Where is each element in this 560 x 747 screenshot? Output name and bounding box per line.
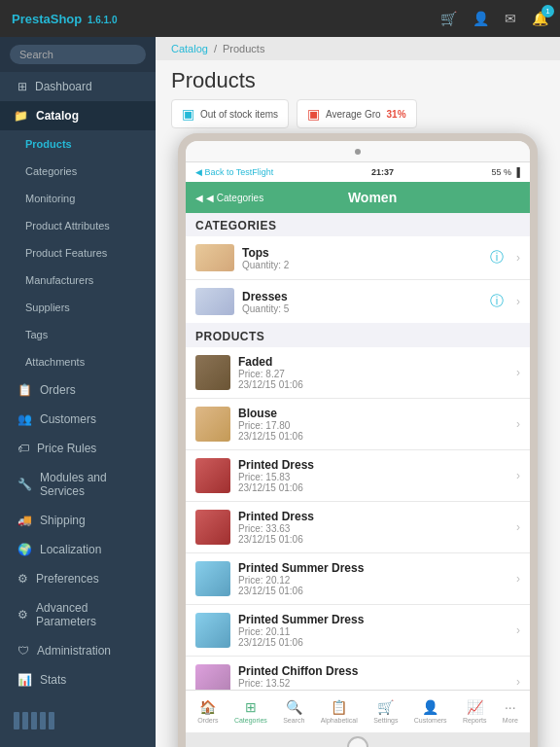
page-title: Products [156,60,560,99]
advanced-params-icon: ⚙ [18,608,28,622]
sidebar-item-tags[interactable]: Tags [0,321,156,348]
cart-icon[interactable]: 🛒 [440,11,457,26]
orders-tab-icon: 🏠 [199,699,216,715]
info-icon[interactable]: ⓘ [490,293,504,310]
search-tab-icon: 🔍 [286,699,302,715]
breadcrumb-catalog[interactable]: Catalog [171,43,208,54]
sidebar-item-categories[interactable]: Categories [0,158,156,185]
preferences-icon: ⚙ [18,572,28,586]
faded-price: Price: 8.27 [238,369,508,379]
sidebar-item-modules[interactable]: 🔧 Modules and Services [0,463,156,506]
tablet-nav-title: Women [348,190,436,205]
summer-dress-2-info: Printed Summer Dress Price: 20.11 23/12/… [238,613,508,648]
tops-name: Tops [242,246,482,260]
chiffon-dress-date: 23/12/15 01:06 [238,689,508,690]
blouse-price: Price: 17.80 [238,420,508,431]
avg-gross-value: 31% [387,109,406,120]
sidebar-label-catalog: Catalog [36,109,79,123]
list-item[interactable]: Printed Dress Price: 33.63 23/12/15 01:0… [186,502,530,553]
sidebar-label-orders: Orders [40,383,76,397]
stats-icon: 📊 [18,673,32,687]
sidebar-item-price-rules[interactable]: 🏷 Price Rules [0,434,156,463]
tab-search[interactable]: 🔍 Search [277,695,310,728]
chevron-right-icon: › [516,675,520,689]
categories-list: Tops Quantity: 2 ⓘ › Dresses Quantity: 5 [186,236,530,323]
sidebar-item-suppliers[interactable]: Suppliers [0,294,156,321]
tablet-status-bar: ◀ Back to TestFlight 21:37 55 % ▐ [186,162,530,182]
sidebar-item-preferences[interactable]: ⚙ Preferences [0,564,156,593]
tab-alphabetical[interactable]: 📋 Alphabetical [315,695,364,728]
localization-icon: 🌍 [18,543,32,556]
list-item[interactable]: Faded Price: 8.27 23/12/15 01:06 › [186,347,530,399]
list-item[interactable]: Tops Quantity: 2 ⓘ › [186,236,530,280]
tablet-back-button[interactable]: ◀ ◀ Categories [195,193,263,203]
list-item[interactable]: Blouse Price: 17.80 23/12/15 01:06 › [186,399,530,450]
sidebar-item-product-features[interactable]: Product Features [0,239,156,267]
chevron-right-icon: › [516,295,520,308]
list-item[interactable]: Dresses Quantity: 5 ⓘ › [186,280,530,323]
tab-orders[interactable]: 🏠 Orders [192,695,224,728]
search-input[interactable] [10,45,146,64]
sidebar-item-manufacturers[interactable]: Manufacturers [0,267,156,294]
faded-date: 23/12/15 01:06 [238,379,508,390]
sidebar-label-products: Products [25,138,72,150]
sidebar-item-stats[interactable]: 📊 Stats [0,665,156,694]
bar-4 [40,712,46,729]
list-item[interactable]: Printed Chiffon Dress Price: 13.52 23/12… [186,657,530,690]
printed-dress-1-info: Printed Dress Price: 15.83 23/12/15 01:0… [238,458,508,493]
list-item[interactable]: Printed Dress Price: 15.83 23/12/15 01:0… [186,450,530,502]
tablet-top-bar [186,141,530,162]
shipping-icon: 🚚 [18,514,32,527]
bell-icon[interactable]: 🔔 1 [532,11,548,26]
dresses-info: Dresses Quantity: 5 [242,290,482,314]
blouse-name: Blouse [238,407,508,420]
sidebar-item-dashboard[interactable]: ⊞ Dashboard [0,72,156,101]
sidebar-item-attachments[interactable]: Attachments [0,348,156,375]
envelope-icon[interactable]: ✉ [505,11,516,26]
stat-out-of-stock: ▣ Out of stock items [171,99,289,128]
sidebar-label-price-rules: Price Rules [37,442,96,455]
dresses-thumbnail [195,288,234,315]
sidebar-item-product-attributes[interactable]: Product Attributes [0,212,156,239]
tab-customers[interactable]: 👤 Customers [408,695,453,728]
printed-dress-2-date: 23/12/15 01:06 [238,534,508,545]
alphabetical-tab-icon: 📋 [331,699,347,715]
sidebar-item-advanced-parameters[interactable]: ⚙ Advanced Parameters [0,593,156,636]
price-rules-icon: 🏷 [18,442,29,455]
tops-thumbnail [195,244,234,271]
sidebar-item-shipping[interactable]: 🚚 Shipping [0,506,156,535]
sidebar-item-customers[interactable]: 👥 Customers [0,405,156,434]
info-icon[interactable]: ⓘ [490,249,504,267]
bar-1 [14,712,19,729]
top-navigation: PrestaShop 1.6.1.0 🛒 👤 ✉ 🔔 1 [0,0,560,37]
tab-reports[interactable]: 📈 Reports [457,695,493,728]
tab-settings[interactable]: 🛒 Settings [368,695,403,728]
modules-icon: 🔧 [18,478,32,491]
sidebar-item-localization[interactable]: 🌍 Localization [0,535,156,564]
main-content: Catalog / Products Products ▣ Out of sto… [156,37,560,747]
printed-dress-2-thumbnail [195,510,230,545]
list-item[interactable]: Printed Summer Dress Price: 20.11 23/12/… [186,605,530,657]
tab-more[interactable]: ··· More [497,695,524,728]
summer-dress-1-name: Printed Summer Dress [238,561,508,575]
tablet-back-to-testflight[interactable]: ◀ Back to TestFlight [195,167,273,177]
tab-customers-label: Customers [414,717,447,724]
tab-categories[interactable]: ⊞ Categories [228,695,273,728]
tab-settings-label: Settings [373,717,398,724]
tablet-home-button[interactable] [347,736,368,747]
summer-dress-2-price: Price: 20.11 [238,626,508,637]
tablet-bottom-tab-bar: 🏠 Orders ⊞ Categories 🔍 Search 📋 Alphabe… [186,690,530,732]
chevron-right-icon: › [516,469,520,482]
sidebar-label-stats: Stats [40,673,66,687]
sidebar-label-customers: Customers [40,412,96,426]
dresses-quantity: Quantity: 5 [242,303,482,314]
sidebar-item-administration[interactable]: 🛡 Administration [0,636,156,665]
chevron-right-icon: › [516,251,520,265]
list-item[interactable]: Printed Summer Dress Price: 20.12 23/12/… [186,553,530,605]
sidebar-item-monitoring[interactable]: Monitoring [0,185,156,212]
sidebar-section-catalog[interactable]: 📁 Catalog [0,101,156,130]
person-icon[interactable]: 👤 [472,11,489,26]
sidebar-item-orders[interactable]: 📋 Orders [0,375,156,405]
tablet-camera-dot [355,149,361,155]
sidebar-item-products[interactable]: Products [0,130,156,158]
